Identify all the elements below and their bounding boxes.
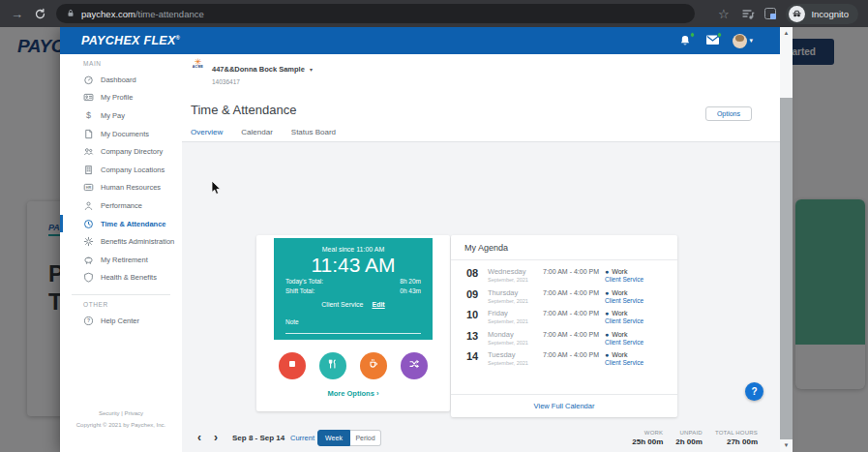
note-input[interactable]: Note xyxy=(285,318,421,334)
user-menu[interactable]: ▾ xyxy=(733,34,753,48)
todays-total-value: 8h 20m xyxy=(400,277,421,286)
sidebar-item-time-attendance[interactable]: Time & Attendance xyxy=(60,215,182,233)
help-fab-button[interactable]: ? xyxy=(745,382,763,401)
agenda-row[interactable]: 14 TuesdaySeptember, 2021 7:00 AM - 4:00… xyxy=(451,347,677,369)
week-toggle-button[interactable]: Week xyxy=(317,430,350,446)
agenda-org-link[interactable]: Client Service xyxy=(605,317,644,324)
svg-text:HR: HR xyxy=(86,187,92,191)
sidebar-item-human-resources[interactable]: HR Human Resources xyxy=(60,179,182,197)
copyright-text: Copyright © 2021 by Paychex, Inc. xyxy=(60,419,182,431)
time-clock-card: Meal since 11:00 AM 11:43 AM Today's Tot… xyxy=(256,235,450,411)
gear-icon xyxy=(83,236,94,247)
fork-knife-icon xyxy=(326,357,340,375)
company-name: 447&&Donna Bock Sample xyxy=(212,65,305,74)
company-selector[interactable]: ✳ ACME 447&&Donna Bock Sample▾ 14036417 xyxy=(191,58,313,85)
company-id: 14036417 xyxy=(212,78,313,85)
bookmark-star-icon[interactable]: ☆ xyxy=(716,8,731,20)
transfer-shuffle-button[interactable] xyxy=(401,352,428,379)
period-toggle-button[interactable]: Period xyxy=(350,430,381,446)
envelope-badge xyxy=(717,32,723,38)
id-card-icon xyxy=(83,92,94,103)
screen: → paychex.com/time-attendance ☆ Incognit… xyxy=(0,0,868,452)
agenda-org-link[interactable]: Client Service xyxy=(605,359,644,366)
sidebar-item-dashboard[interactable]: Dashboard xyxy=(60,71,182,89)
sidebar-item-benefits-administration[interactable]: Benefits Administration xyxy=(60,232,182,251)
sidebar: MAIN Dashboard My Profile $ My Pay My Do… xyxy=(60,54,182,452)
current-link[interactable]: Current xyxy=(290,434,314,442)
clock-panel: Meal since 11:00 AM 11:43 AM Today's Tot… xyxy=(274,238,433,340)
chevron-right-icon[interactable]: › xyxy=(214,431,218,444)
meal-status: Meal since 11:00 AM xyxy=(274,238,433,253)
company-logo: ✳ ACME xyxy=(191,58,205,73)
sidebar-section-main: MAIN xyxy=(83,60,182,67)
sidebar-item-my-documents[interactable]: My Documents xyxy=(60,125,182,143)
paychex-flex-logo: PAYCHEX FLEX® xyxy=(81,34,180,47)
help-icon: ? xyxy=(83,316,94,326)
more-options-link[interactable]: More Options › xyxy=(256,389,450,398)
edit-org-link[interactable]: Edit xyxy=(372,301,384,308)
chevron-right-icon: › xyxy=(376,389,379,398)
stop-icon xyxy=(285,357,299,375)
page-title: Time & Attendance xyxy=(191,103,296,117)
messages-envelope-icon[interactable] xyxy=(705,34,720,47)
agenda-org-link[interactable]: Client Service xyxy=(605,339,644,346)
paychex-flex-window: PAYCHEX FLEX® ▾ xyxy=(60,27,780,452)
sidebar-item-performance[interactable]: Performance xyxy=(60,196,182,215)
work-bullet-icon: ● xyxy=(605,289,609,296)
start-break-button[interactable] xyxy=(360,352,387,379)
scroll-up-arrow-icon[interactable]: ▲ xyxy=(780,27,793,40)
people-icon xyxy=(83,146,94,157)
incognito-label: Incognito xyxy=(811,9,849,19)
chevron-left-icon[interactable]: ‹ xyxy=(197,431,201,444)
forward-icon[interactable]: → xyxy=(10,8,24,20)
agenda-row[interactable]: 08 WednesdaySeptember, 2021 7:00 AM - 4:… xyxy=(451,264,677,286)
browser-actions: ☆ Incognito xyxy=(716,4,858,24)
agenda-row[interactable]: 10 FridaySeptember, 2021 7:00 AM - 4:00 … xyxy=(451,306,677,327)
agenda-row[interactable]: 09 ThursdaySeptember, 2021 7:00 AM - 4:0… xyxy=(451,286,677,307)
browser-toolbar: → paychex.com/time-attendance ☆ Incognit… xyxy=(0,0,868,27)
agenda-title: My Agenda xyxy=(451,235,677,260)
lock-icon xyxy=(66,5,75,22)
document-icon xyxy=(83,129,94,139)
todays-total-label: Today's Total: xyxy=(285,277,323,286)
sidebar-item-my-retirement[interactable]: My Retirement xyxy=(60,251,182,269)
security-privacy-links[interactable]: Security | Privacy xyxy=(60,407,182,419)
scrollbar-thumb[interactable] xyxy=(780,40,793,98)
reload-icon[interactable] xyxy=(33,8,47,20)
shield-icon xyxy=(83,272,94,283)
agenda-list: 08 WednesdaySeptember, 2021 7:00 AM - 4:… xyxy=(451,260,677,369)
sidebar-item-company-directory[interactable]: Company Directory xyxy=(60,142,182,161)
sidebar-section-other: OTHER xyxy=(83,301,182,308)
sidebar-footer: Security | Privacy Copyright © 2021 by P… xyxy=(60,407,182,431)
work-bullet-icon: ● xyxy=(605,351,609,358)
start-meal-button[interactable] xyxy=(319,352,346,379)
stop-shift-button[interactable] xyxy=(279,352,306,379)
shift-total-value: 0h 43m xyxy=(400,286,421,296)
side-panel-icon[interactable] xyxy=(764,8,776,19)
url-text: paychex.com/time-attendance xyxy=(81,9,204,19)
user-avatar xyxy=(733,34,747,48)
options-button[interactable]: Options xyxy=(705,106,752,121)
sidebar-item-my-pay[interactable]: $ My Pay xyxy=(60,106,182,125)
scroll-down-arrow-icon[interactable]: ▼ xyxy=(780,439,793,452)
address-bar[interactable]: paychex.com/time-attendance xyxy=(56,4,695,23)
notifications-bell-icon[interactable] xyxy=(678,34,693,47)
piggy-bank-icon xyxy=(83,255,94,265)
main-content: ✳ ACME 447&&Donna Bock Sample▾ 14036417 … xyxy=(182,54,780,452)
view-full-calendar-link[interactable]: View Full Calendar xyxy=(451,394,677,417)
work-bullet-icon: ● xyxy=(605,331,609,338)
sidebar-item-help-center[interactable]: ? Help Center xyxy=(60,312,182,330)
app-header: PAYCHEX FLEX® ▾ xyxy=(60,27,780,54)
sidebar-item-my-profile[interactable]: My Profile xyxy=(60,89,182,107)
work-bullet-icon: ● xyxy=(605,310,609,316)
agenda-row[interactable]: 13 MondaySeptember, 2021 7:00 AM - 4:00 … xyxy=(451,327,677,348)
agenda-org-link[interactable]: Client Service xyxy=(605,276,644,283)
media-controls-icon[interactable] xyxy=(740,8,755,20)
shift-total-label: Shift Total: xyxy=(285,286,314,296)
sidebar-item-company-locations[interactable]: Company Locations xyxy=(60,161,182,179)
agenda-org-link[interactable]: Client Service xyxy=(605,297,644,304)
page-scrollbar[interactable]: ▲ ▼ xyxy=(780,27,793,452)
sidebar-item-health-benefits[interactable]: Health & Benefits xyxy=(60,269,182,287)
hours-summary: WORK25h 00m UNPAID2h 00m TOTAL HOURS27h … xyxy=(632,430,758,446)
incognito-badge[interactable]: Incognito xyxy=(786,4,858,24)
